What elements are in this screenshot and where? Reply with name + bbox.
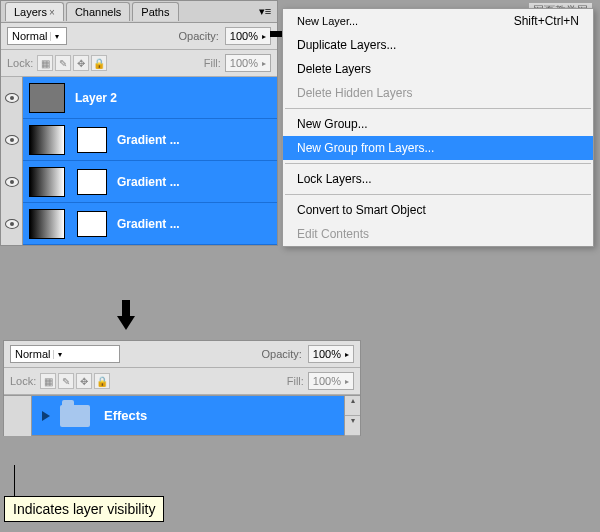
layer-thumbnail[interactable] [29,167,65,197]
menu-duplicate-layers[interactable]: Duplicate Layers... [283,33,593,57]
eye-icon [5,135,19,145]
menu-new-group-from-layers[interactable]: New Group from Layers... [283,136,593,160]
menu-separator [285,108,591,109]
layer-mask[interactable] [77,169,107,195]
layers-panel-menu: New Layer...Shift+Ctrl+N Duplicate Layer… [282,8,594,247]
visibility-toggle[interactable] [1,161,23,203]
folder-icon [60,405,90,427]
fill-input[interactable]: 100%▸ [308,372,354,390]
expand-triangle-icon[interactable] [42,411,50,421]
opacity-input[interactable]: 100%▸ [308,345,354,363]
lock-icons: ▦ ✎ ✥ 🔒 [37,55,107,71]
lock-all-icon[interactable]: 🔒 [94,373,110,389]
fill-input[interactable]: 100%▸ [225,54,271,72]
menu-separator [285,194,591,195]
tooltip-pointer [14,465,15,497]
opacity-label: Opacity: [262,348,302,360]
menu-delete-layers[interactable]: Delete Layers [283,57,593,81]
lock-fill-row: Lock: ▦ ✎ ✥ 🔒 Fill: 100%▸ [4,368,360,395]
menu-edit-contents: Edit Contents [283,222,593,246]
layer-name[interactable]: Gradient ... [117,217,180,231]
menu-new-group[interactable]: New Group... [283,112,593,136]
layer-row[interactable]: Gradient ... [1,161,277,203]
blend-opacity-row: Normal▾ Opacity: 100%▸ [1,23,277,50]
panel-menu-button[interactable]: ▾≡ [257,5,273,18]
blend-mode-select[interactable]: Normal▾ [10,345,120,363]
visibility-toggle[interactable] [1,77,23,119]
menu-delete-hidden: Delete Hidden Layers [283,81,593,105]
layer-row[interactable]: Layer 2 [1,77,277,119]
fill-label: Fill: [204,57,221,69]
blend-mode-select[interactable]: Normal▾ [7,27,67,45]
layer-row[interactable]: Gradient ... [1,119,277,161]
visibility-toggle[interactable] [1,203,23,245]
tab-paths[interactable]: Paths [132,2,178,21]
visibility-toggle[interactable] [1,119,23,161]
lock-position-icon[interactable]: ✥ [76,373,92,389]
menu-lock-layers[interactable]: Lock Layers... [283,167,593,191]
opacity-label: Opacity: [179,30,219,42]
eye-icon [5,177,19,187]
tab-channels[interactable]: Channels [66,2,130,21]
layer-thumbnail[interactable] [29,125,65,155]
visibility-toggle[interactable] [4,396,32,436]
visibility-tooltip: Indicates layer visibility [4,496,164,522]
layer-thumbnail[interactable] [29,209,65,239]
layers-panel: Layers× Channels Paths ▾≡ Normal▾ Opacit… [0,0,278,246]
eye-icon [5,219,19,229]
lock-pixels-icon[interactable]: ✎ [55,55,71,71]
layer-name[interactable]: Layer 2 [75,91,117,105]
fill-label: Fill: [287,375,304,387]
tab-layers[interactable]: Layers× [5,2,64,21]
lock-transparency-icon[interactable]: ▦ [40,373,56,389]
lock-all-icon[interactable]: 🔒 [91,55,107,71]
layer-list: Layer 2 Gradient ... Gradient ... Gradie… [1,77,277,245]
menu-convert-smart-object[interactable]: Convert to Smart Object [283,198,593,222]
menu-separator [285,163,591,164]
layer-row[interactable]: Gradient ... [1,203,277,245]
chevron-down-icon: ▾ [50,32,62,41]
scroll-stepper[interactable]: ▴▾ [344,396,360,436]
lock-pixels-icon[interactable]: ✎ [58,373,74,389]
layer-mask[interactable] [77,211,107,237]
layers-panel-result: Normal▾ Opacity: 100%▸ Lock: ▦ ✎ ✥ 🔒 Fil… [3,340,361,436]
arrow-down-icon [117,300,135,330]
lock-fill-row: Lock: ▦ ✎ ✥ 🔒 Fill: 100%▸ [1,50,277,77]
panel-tabs: Layers× Channels Paths ▾≡ [1,1,277,23]
lock-label: Lock: [10,375,36,387]
opacity-input[interactable]: 100%▸ [225,27,271,45]
menu-new-layer[interactable]: New Layer...Shift+Ctrl+N [283,9,593,33]
lock-transparency-icon[interactable]: ▦ [37,55,53,71]
blend-opacity-row: Normal▾ Opacity: 100%▸ [4,341,360,368]
eye-icon [5,93,19,103]
chevron-down-icon: ▾ [53,350,65,359]
lock-position-icon[interactable]: ✥ [73,55,89,71]
layer-mask[interactable] [77,127,107,153]
shortcut-text: Shift+Ctrl+N [514,14,579,28]
lock-label: Lock: [7,57,33,69]
close-icon[interactable]: × [49,7,55,18]
layer-name[interactable]: Gradient ... [117,133,180,147]
layer-name[interactable]: Gradient ... [117,175,180,189]
group-name[interactable]: Effects [104,408,147,423]
group-row[interactable]: Effects ▴▾ [4,395,360,435]
layer-thumbnail[interactable] [29,83,65,113]
lock-icons: ▦ ✎ ✥ 🔒 [40,373,110,389]
